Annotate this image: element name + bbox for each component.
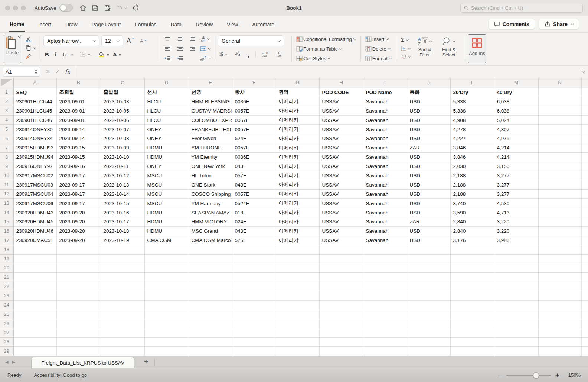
row-header-14[interactable]: 14 xyxy=(0,208,13,217)
zoom-out-button[interactable]: − xyxy=(498,372,502,379)
cell-H8[interactable]: USSAV xyxy=(319,152,363,162)
cell-M11[interactable]: 3,277 xyxy=(494,180,538,190)
cell-F12[interactable]: 0057E xyxy=(232,190,276,199)
close-window-button[interactable] xyxy=(5,6,10,10)
cell-M12[interactable]: 3,277 xyxy=(494,190,538,199)
cell-X27[interactable] xyxy=(581,328,588,337)
cell-I7[interactable]: Savannah xyxy=(363,143,407,152)
cell-N8[interactable] xyxy=(538,152,581,162)
cell-A21[interactable] xyxy=(13,273,56,282)
cell-D3[interactable]: HLCU xyxy=(144,106,189,116)
row-header-29[interactable]: 29 xyxy=(0,347,13,356)
cell-H11[interactable]: USSAV xyxy=(319,180,363,190)
cell-D5[interactable]: ONEY xyxy=(144,125,189,134)
column-header-B[interactable]: B xyxy=(56,78,101,88)
increase-indent-button[interactable] xyxy=(176,55,184,61)
cell-X5[interactable] xyxy=(581,125,588,134)
cell-E12[interactable]: COSCO Shipping xyxy=(189,190,232,199)
cell-M9[interactable]: 3,150 xyxy=(494,162,538,171)
cell-C12[interactable]: 2023-10-14 xyxy=(101,190,144,199)
select-all-corner[interactable] xyxy=(0,78,13,88)
cell-F15[interactable]: 024E xyxy=(232,217,276,226)
cell-X23[interactable] xyxy=(581,291,588,301)
cell-H10[interactable]: USSAV xyxy=(319,171,363,180)
cell-L20[interactable] xyxy=(450,263,494,273)
cell-F4[interactable]: 0057E xyxy=(232,116,276,125)
cancel-icon[interactable]: × xyxy=(46,68,50,75)
cell-B18[interactable] xyxy=(56,245,101,254)
cell-M13[interactable]: 4,530 xyxy=(494,199,538,208)
cell-J11[interactable]: USD xyxy=(407,180,450,190)
zoom-level[interactable]: 150% xyxy=(564,372,581,378)
cell-I10[interactable]: Savannah xyxy=(363,171,407,180)
cell-D17[interactable]: CMA CGM xyxy=(144,236,189,245)
wrap-text-button[interactable]: abc↵ xyxy=(199,35,211,43)
cell-E11[interactable]: ONE Stork xyxy=(189,180,232,190)
cell-J20[interactable] xyxy=(407,263,450,273)
name-box[interactable]: A1 xyxy=(3,67,40,77)
cell-H15[interactable]: USSAV xyxy=(319,217,363,226)
cell-B15[interactable]: 2023-09-20 xyxy=(56,217,101,226)
cell-L5[interactable]: 4,278 xyxy=(450,125,494,134)
cell-B8[interactable]: 2023-09-15 xyxy=(56,152,101,162)
cell-A6[interactable]: 230914ONEY84 xyxy=(13,134,56,143)
cell-H23[interactable] xyxy=(319,291,363,301)
column-header-D[interactable]: D xyxy=(144,78,189,88)
align-left-button[interactable] xyxy=(163,46,172,52)
tab-insert[interactable]: Insert xyxy=(37,17,52,31)
cell-I5[interactable]: Savannah xyxy=(363,125,407,134)
cell-G27[interactable] xyxy=(276,328,319,337)
cell-A10[interactable]: 230917MSCU02 xyxy=(13,171,56,180)
share-button[interactable]: Share xyxy=(539,19,579,29)
decrease-indent-button[interactable] xyxy=(163,55,172,61)
cell-G25[interactable] xyxy=(276,310,319,319)
cell-N21[interactable] xyxy=(538,273,581,282)
cell-N20[interactable] xyxy=(538,263,581,273)
cell-E28[interactable] xyxy=(189,337,232,347)
cell-C22[interactable] xyxy=(101,282,144,291)
cell-D4[interactable]: HLCU xyxy=(144,116,189,125)
cell-X4[interactable] xyxy=(581,116,588,125)
cell-D1[interactable]: 선사 xyxy=(144,88,189,97)
cell-X9[interactable] xyxy=(581,162,588,171)
cell-E21[interactable] xyxy=(189,273,232,282)
cell-D9[interactable]: ONEY xyxy=(144,162,189,171)
cell-L29[interactable] xyxy=(450,347,494,356)
cell-L26[interactable] xyxy=(450,319,494,328)
cell-L15[interactable]: 2,840 xyxy=(450,217,494,226)
cell-E20[interactable] xyxy=(189,263,232,273)
cell-C16[interactable]: 2023-10-18 xyxy=(101,226,144,236)
cell-N23[interactable] xyxy=(538,291,581,301)
cell-A22[interactable] xyxy=(13,282,56,291)
cell-D24[interactable] xyxy=(144,300,189,310)
cell-H21[interactable] xyxy=(319,273,363,282)
comma-format-button[interactable]: , xyxy=(246,49,251,59)
cell-E5[interactable]: FRANKFURT EXP xyxy=(189,125,232,134)
column-header-M[interactable]: M xyxy=(494,78,538,88)
cell-B3[interactable]: 2023-09-01 xyxy=(56,106,101,116)
cell-D10[interactable]: MSCU xyxy=(144,171,189,180)
cell-H17[interactable]: USSAV xyxy=(319,236,363,245)
cell-I22[interactable] xyxy=(363,282,407,291)
cell-L2[interactable]: 5,338 xyxy=(450,97,494,106)
cell-N15[interactable] xyxy=(538,217,581,226)
cell-D27[interactable] xyxy=(144,328,189,337)
tab-draw[interactable]: Draw xyxy=(65,17,78,31)
cell-C3[interactable]: 2023-10-05 xyxy=(101,106,144,116)
cell-I27[interactable] xyxy=(363,328,407,337)
cell-G15[interactable]: 아메리카 xyxy=(276,217,319,226)
cell-E7[interactable]: YM THRONE xyxy=(189,143,232,152)
cell-L6[interactable]: 4,227 xyxy=(450,134,494,143)
cell-X13[interactable] xyxy=(581,199,588,208)
cell-G2[interactable]: 아메리카 xyxy=(276,97,319,106)
cell-D14[interactable]: HDMU xyxy=(144,208,189,217)
cell-H1[interactable]: POD CODE xyxy=(319,88,363,97)
cell-J28[interactable] xyxy=(407,337,450,347)
currency-format-button[interactable]: $ xyxy=(218,50,228,59)
cell-J8[interactable]: USD xyxy=(407,152,450,162)
cell-F25[interactable] xyxy=(232,310,276,319)
row-header-6[interactable]: 6 xyxy=(0,134,13,143)
cell-B21[interactable] xyxy=(56,273,101,282)
row-header-22[interactable]: 22 xyxy=(0,282,13,291)
cell-L4[interactable]: 4,908 xyxy=(450,116,494,125)
